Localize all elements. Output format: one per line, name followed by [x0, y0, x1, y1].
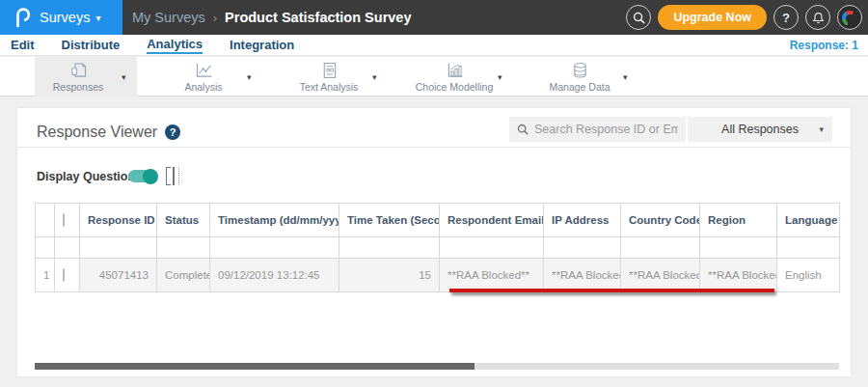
- response-count: Response: 1: [790, 39, 858, 52]
- toolbar-item-label: Choice Modelling: [416, 81, 494, 93]
- filter-cell[interactable]: [621, 237, 700, 259]
- filter-cell[interactable]: [777, 237, 840, 259]
- freeze-dots: [178, 167, 179, 185]
- row-checkbox[interactable]: [63, 268, 65, 282]
- surveys-menu-label: Surveys: [40, 10, 90, 25]
- freeze-columns-icon[interactable]: [166, 167, 182, 185]
- cell-respondent-email: **RAA Blocked**: [440, 259, 544, 292]
- surveys-menu[interactable]: Surveys ▾: [40, 10, 100, 25]
- chevron-down-icon[interactable]: ▾: [122, 72, 137, 82]
- toolbar-item-label: Text Analysis: [300, 81, 359, 93]
- help-button[interactable]: ?: [773, 5, 799, 30]
- filter-cell: [36, 237, 55, 259]
- responses-table-wrap: Response ID▾ Status Timestamp (dd/mm/yyy…: [35, 203, 840, 292]
- filter-cell[interactable]: [157, 237, 210, 259]
- filter-row: [36, 237, 840, 259]
- col-timestamp[interactable]: Timestamp (dd/mm/yyyy)⇅: [210, 204, 339, 237]
- row-number: 1: [36, 259, 55, 292]
- choice-modelling-icon: [445, 62, 465, 79]
- filter-cell[interactable]: [210, 237, 339, 259]
- breadcrumb: My Surveys › Product Satisfaction Survey: [132, 10, 411, 25]
- chevron-down-icon[interactable]: ▾: [247, 72, 262, 82]
- top-bar: Surveys ▾ My Surveys › Product Satisfact…: [0, 0, 868, 35]
- filter-cell[interactable]: [700, 237, 777, 259]
- chevron-down-icon[interactable]: ▾: [623, 72, 638, 82]
- toolbar-item-responses[interactable]: Responses ▾: [35, 57, 137, 97]
- page-title: Product Satisfaction Survey: [225, 10, 411, 25]
- col-region[interactable]: Region: [700, 204, 777, 237]
- toolbar-item-text-analysis[interactable]: Text Analysis ▾: [285, 57, 388, 97]
- chevron-down-icon[interactable]: ▾: [372, 72, 388, 82]
- col-ip-address[interactable]: IP Address: [544, 204, 621, 237]
- tab-edit[interactable]: Edit: [11, 38, 35, 53]
- toolbar-item-label: Analysis: [184, 81, 222, 93]
- responses-filter-dropdown[interactable]: All Responses ▾: [688, 117, 832, 142]
- cell-ip-address: **RAA Blocked**: [544, 259, 621, 292]
- col-country-code[interactable]: Country Code: [621, 204, 700, 237]
- col-label: Status: [165, 214, 199, 226]
- user-avatar[interactable]: [837, 5, 862, 30]
- tab-distribute[interactable]: Distribute: [62, 38, 121, 53]
- help-badge[interactable]: ?: [165, 124, 180, 140]
- col-label: IP Address: [552, 214, 609, 226]
- display-questions-toggle[interactable]: [128, 170, 157, 182]
- chevron-down-icon: ▾: [95, 13, 100, 23]
- col-label: Response ID: [88, 214, 155, 226]
- search-icon: [517, 124, 529, 135]
- col-label: Language: [785, 214, 837, 226]
- col-response-id[interactable]: Response ID▾: [80, 204, 157, 237]
- survey-nav: Edit Distribute Analytics Integration Re…: [0, 35, 868, 56]
- analytics-toolbar: Responses ▾ Analysis ▾ Text Analysis ▾ C…: [0, 57, 868, 97]
- response-search: [509, 117, 686, 142]
- select-all-cell: [55, 204, 80, 237]
- col-language[interactable]: Language: [777, 204, 840, 237]
- horizontal-scrollbar-thumb[interactable]: [35, 363, 475, 370]
- upgrade-now-button[interactable]: Upgrade Now: [658, 5, 767, 30]
- cell-response-id[interactable]: 45071413: [80, 259, 157, 292]
- row-number-header: [36, 204, 55, 237]
- col-label: Timestamp (dd/mm/yyyy): [218, 214, 339, 226]
- notifications-button[interactable]: [805, 5, 830, 30]
- col-label: Country Code: [629, 214, 700, 226]
- filter-cell[interactable]: [544, 237, 621, 259]
- search-button[interactable]: [626, 5, 651, 30]
- table-row[interactable]: 1 45071413 Completed 09/12/2019 13:12:45…: [36, 259, 840, 292]
- row-select-cell: [55, 259, 80, 292]
- toolbar-item-analysis[interactable]: Analysis ▾: [160, 57, 262, 97]
- toolbar-item-choice-modelling[interactable]: Choice Modelling ▾: [411, 57, 513, 97]
- analysis-icon: [194, 62, 214, 79]
- tab-integration[interactable]: Integration: [230, 38, 294, 53]
- select-all-checkbox[interactable]: [63, 213, 65, 227]
- filter-cell[interactable]: [80, 237, 157, 259]
- bell-icon: [812, 12, 825, 24]
- toolbar-item-manage-data[interactable]: Manage Data ▾: [536, 57, 638, 97]
- question-mark-icon: ?: [782, 11, 790, 25]
- cell-status: Completed: [157, 259, 210, 292]
- cell-country-code: **RAA Blocked**: [621, 259, 700, 292]
- tab-analytics[interactable]: Analytics: [147, 37, 203, 54]
- question-mark-icon: ?: [170, 126, 176, 138]
- col-respondent-email[interactable]: Respondent Email: [440, 204, 544, 237]
- section-title: Response Viewer ?: [37, 124, 180, 141]
- brand-block: Surveys ▾: [0, 0, 122, 35]
- search-input[interactable]: [534, 123, 678, 136]
- filter-cell[interactable]: [440, 237, 544, 259]
- chevron-down-icon: ▾: [819, 124, 824, 134]
- chevron-down-icon[interactable]: ▾: [498, 72, 513, 82]
- breadcrumb-my-surveys[interactable]: My Surveys: [132, 10, 205, 25]
- filter-cell[interactable]: [339, 237, 440, 259]
- responses-filter-value: All Responses: [721, 123, 799, 136]
- col-status[interactable]: Status: [157, 204, 210, 237]
- divider: [17, 147, 851, 148]
- horizontal-scrollbar-track[interactable]: [35, 363, 839, 370]
- topbar-actions: Upgrade Now ?: [626, 5, 868, 30]
- redaction-highlight-line: [449, 289, 774, 292]
- avatar-gauge-icon: [842, 11, 857, 26]
- col-time-taken[interactable]: Time Taken (Seconds)⇅: [339, 204, 440, 237]
- freeze-bracket: [166, 167, 171, 185]
- section-title-text: Response Viewer: [37, 124, 157, 141]
- col-label: Region: [708, 214, 746, 226]
- questionpro-logo-icon[interactable]: [14, 7, 31, 28]
- manage-data-icon: [570, 62, 590, 79]
- text-analysis-icon: [319, 62, 339, 79]
